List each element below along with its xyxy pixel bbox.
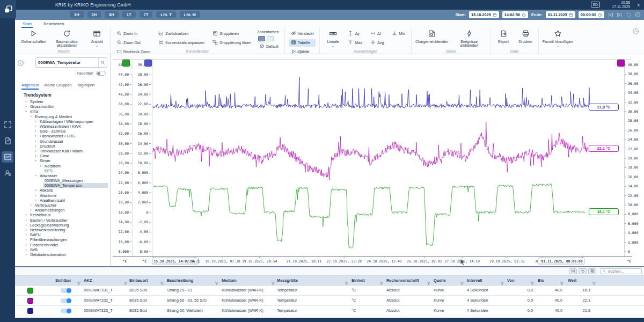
tree-item-abk-lte[interactable]: ›Abkälte <box>15 188 109 193</box>
tree-item-bauten-verbraucher[interactable]: ›Bauten / Verbraucher <box>15 218 109 223</box>
visible-toggle[interactable] <box>61 309 71 313</box>
tree-item-erzeugung-medien[interactable]: ›Erzeugung & Medien <box>15 114 109 119</box>
favorites-toggle[interactable] <box>96 71 106 76</box>
tree-item-geb-udeautomation[interactable]: ›Gebäudeautomation <box>15 252 109 257</box>
ribbon-item-zur-cksetzen[interactable]: Zurücksetzen <box>156 30 207 38</box>
ribbon-item-min[interactable]: Min <box>390 30 407 38</box>
nav-trends[interactable] <box>2 151 13 163</box>
trend-chart[interactable]: 46,0044,0042,0040,0038,0036,0034,0032,00… <box>111 54 644 267</box>
tree-item-000ewa-temperatur[interactable]: 000EWA_Temperatur <box>15 183 109 188</box>
curve-color-swatch[interactable] <box>27 298 33 304</box>
tree-item-system[interactable]: ›System <box>15 99 109 104</box>
column-header-einheit[interactable]: Einheit <box>352 275 365 286</box>
tag-search-input[interactable] <box>36 60 98 65</box>
tree-item-netzwerkmonitoring[interactable]: ›Netzwerkmonitoring <box>15 228 109 232</box>
zone-color-1[interactable] <box>258 36 265 41</box>
ribbon-item-gruppierung-l-sen[interactable]: Gruppierung lösen <box>210 39 253 47</box>
range-options-button[interactable] <box>635 12 641 18</box>
trend-plot[interactable]: 46,0044,0042,0040,0038,0036,0034,0032,00… <box>111 54 644 267</box>
ribbon-item-avg[interactable]: Avg <box>368 39 386 47</box>
curve-color-swatch[interactable] <box>27 288 33 294</box>
column-header-intervall[interactable]: Intervall <box>467 275 482 286</box>
tree-item-bafu[interactable]: ›BAFU <box>15 232 109 237</box>
ribbon-item-lineale[interactable]: Lineale <box>324 29 342 49</box>
range-button-lfd-m[interactable]: Lfd. M <box>180 11 200 18</box>
reset-table-button[interactable] <box>579 268 587 274</box>
table-row-000ewat333-t[interactable]: 000EWAT333_TB035 SüdStrang 50, Wettstein… <box>15 306 644 316</box>
range-button-2h[interactable]: 2H <box>87 11 101 18</box>
column-header-messgr-e[interactable]: Messgröße <box>277 275 298 286</box>
column-header-sichtbar[interactable]: Sichtbar <box>55 275 71 286</box>
column-header-von[interactable]: Von <box>507 275 514 286</box>
table-row-000ewat332-t[interactable]: 000EWAT332_TB035 SüdStrang 66 - 93, 50 S… <box>15 296 644 306</box>
ribbon-item-versteckt[interactable]: Versteckt <box>289 30 316 38</box>
visible-toggle[interactable] <box>61 298 71 303</box>
tree-item-k-lteanlagen-w-rmepumpen[interactable]: ›Kälteanlagen / Wärmepumpen <box>15 119 109 124</box>
table-search-input[interactable] <box>607 269 640 274</box>
start-date-input[interactable]: 15.10.2025 <box>469 11 499 18</box>
column-header-beschreibung[interactable]: Beschreibung <box>167 275 193 286</box>
sidebar-tab-tagimport[interactable]: TagImport <box>77 83 94 90</box>
tree-item-arealmessungen[interactable]: ›Arealmessungen <box>15 208 109 213</box>
search-icon[interactable] <box>98 58 107 67</box>
nav-overview[interactable] <box>2 119 13 130</box>
fit-columns-button[interactable] <box>569 268 577 274</box>
close-button[interactable]: x <box>638 0 640 10</box>
skip-to-end-button[interactable] <box>617 12 623 18</box>
tree-item-abw-rme[interactable]: ›Abwärme <box>15 193 109 198</box>
range-button-8h[interactable]: 8H <box>105 11 119 18</box>
tree-item-000ewa-messungen[interactable]: 000EWA_Messungen <box>15 178 109 183</box>
ribbon-item-y[interactable]: Δy <box>346 30 364 38</box>
column-header-rechenvorschrift[interactable]: Rechenvorschrift <box>386 275 419 286</box>
tree-item-arealkennzahl[interactable]: ›Arealkennzahl <box>15 198 109 203</box>
curve-legend-swatch[interactable] <box>144 60 152 67</box>
ribbon-item-kurvenskala-anpassen[interactable]: Kurvenskala anpassen <box>156 39 207 47</box>
nav-reports[interactable] <box>2 135 13 147</box>
tree-item-druckluft[interactable]: ›Druckluft <box>15 144 109 149</box>
tree-item-notstrom[interactable]: ›Notstrom <box>15 163 109 168</box>
ribbon-item-ereignisse-einblenden[interactable]: Ereignisse einblenden <box>452 29 486 48</box>
tree-item-ees[interactable]: EES <box>15 169 109 173</box>
column-header-akz[interactable]: AKZ <box>84 275 92 286</box>
tree-item-iwb[interactable]: ›IWB <box>15 247 109 252</box>
ribbon-item-favorit-hinzuf-gen[interactable]: Favorit hinzufügen <box>543 29 573 49</box>
column-header-medium[interactable]: Medium <box>222 275 237 286</box>
zone-color-2[interactable] <box>267 36 274 41</box>
end-date-input[interactable]: 01.11.2025 <box>546 11 575 18</box>
column-header-wert[interactable]: Wert <box>568 275 576 286</box>
ribbon-item-tabelle[interactable]: Tabelle <box>289 39 316 47</box>
sidebar-tab-allgemein[interactable]: Allgemein <box>21 83 39 90</box>
ribbon-item-max[interactable]: Max <box>346 39 364 47</box>
sidebar-tab-meine-gruppen[interactable]: Meine Gruppen <box>44 83 71 90</box>
ribbon-item-drucken[interactable]: Drucken <box>516 29 535 43</box>
tree-item-kesselhaus[interactable]: ›Kesselhaus <box>15 213 109 217</box>
tree-item-grossmonitor[interactable]: ›Grossmonitor <box>15 104 109 109</box>
tree-item-infra[interactable]: ›Infra <box>15 109 109 114</box>
column-header-bis[interactable]: Bis <box>538 275 544 286</box>
tree-item-w-rmezentralen-kwk[interactable]: ›Wärmezentralen / KWK <box>15 124 109 129</box>
range-button-7t[interactable]: 7T <box>140 11 153 18</box>
tree-item-strom[interactable]: ›Strom <box>15 158 109 163</box>
visible-toggle[interactable] <box>61 288 71 293</box>
ribbon-item-baumstruktur-aktualisieren[interactable]: Baumstruktur aktualisieren <box>50 29 84 48</box>
ribbon-item-ansicht[interactable]: Ansicht <box>88 29 106 49</box>
tree-item-leckage-berwachung[interactable]: ›Leckageüberwachung <box>15 223 109 228</box>
refresh-range-button[interactable] <box>626 12 632 18</box>
tree-item-verbraucher[interactable]: ›Verbraucher <box>15 203 109 208</box>
ribbon-collapse-button[interactable] <box>632 27 639 37</box>
column-header-einbauort[interactable]: Einbauort <box>129 275 148 286</box>
column-header-quelle[interactable]: Quelle <box>434 275 446 286</box>
tree-item-filter-berwachungen[interactable]: ›Filterüberwachungen <box>15 237 109 242</box>
end-time-input[interactable]: 00:00:00 <box>579 11 604 18</box>
tree-item-trinkwasser-kalt-warm[interactable]: ›Trinkwasser Kalt / Warm <box>15 149 109 153</box>
nav-users[interactable] <box>2 167 13 179</box>
sidebar-collapse-button[interactable] <box>17 59 24 69</box>
tree-item-fabrikwasser-erg[interactable]: ›Fabrikwasser / ERG <box>15 134 109 138</box>
tree-item-sole-zentrale[interactable]: ›Sole - Zentrale <box>15 129 109 134</box>
tree-item-flaschenb-ndel[interactable]: ›Flaschenbündel <box>15 242 109 247</box>
curve-legend-swatch[interactable] <box>617 60 625 67</box>
trend-curve-000ewat331-t[interactable] <box>153 184 585 248</box>
ribbon-item-zoom-out[interactable]: Zoom Out <box>114 39 152 47</box>
ribbon-item-t[interactable]: Δt <box>368 30 386 38</box>
tree-item-grundwasser[interactable]: ›Grundwasser <box>15 139 109 144</box>
